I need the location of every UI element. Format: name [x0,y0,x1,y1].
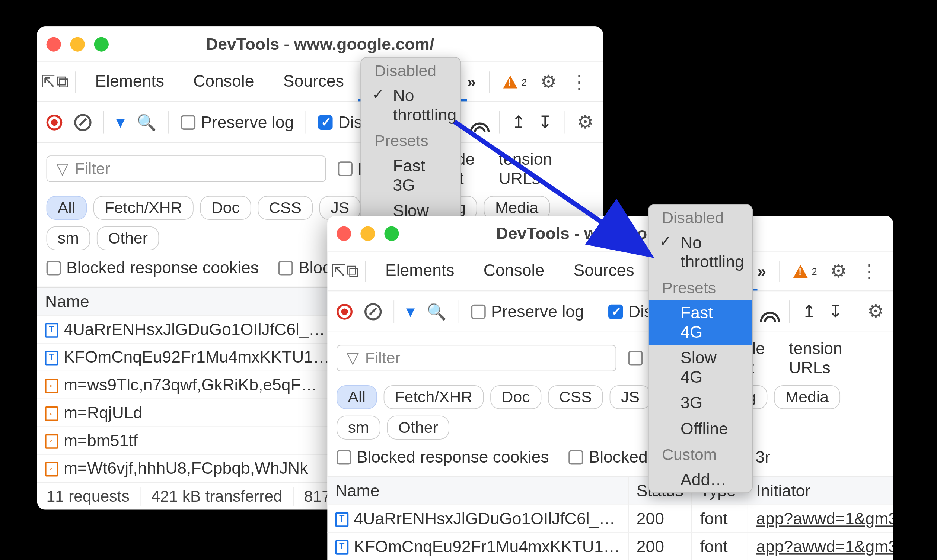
tab-console[interactable]: Console [179,62,269,101]
chip-fetch-xhr[interactable]: Fetch/XHR [93,196,193,220]
menu-item-fast-4g[interactable]: Fast 4G [649,300,752,345]
issues-count[interactable]: 2 [503,75,527,89]
clear-button[interactable] [74,114,91,131]
menu-item-no-throttling[interactable]: No throttling [361,83,460,128]
titlebar: DevTools - www.google.com/ [327,216,893,251]
menu-item-no-throttling[interactable]: No throttling [649,230,752,275]
script-file-icon [45,434,59,449]
network-toolbar: ▾ 🔍 Preserve log Disable cache ↥ ↧ ⚙ [327,291,893,332]
table-row[interactable]: 4UaRrENHsxJlGDuGo1OIlJfC6l_…200fontapp?a… [327,505,893,532]
record-button[interactable] [46,114,63,130]
menu-section-custom: Custom [649,442,752,467]
menu-item-fast-3g[interactable]: Fast 3G [361,153,460,198]
record-button[interactable] [337,303,352,319]
devtools-window-b: DevTools - www.google.com/ ⇱ ⧉ Elements … [327,216,893,560]
settings-icon[interactable]: ⚙ [540,71,557,92]
blocked-cookies-checkbox[interactable]: Blocked response cookies [46,258,259,277]
chip-wasm[interactable]: sm [337,416,380,440]
chip-other[interactable]: Other [387,416,449,440]
table-header-row: Name Status Type Initiator Size Time [327,477,893,505]
search-icon[interactable]: 🔍 [427,302,446,321]
close-icon[interactable] [46,37,61,51]
tab-elements[interactable]: Elements [371,251,469,291]
status-requests: 11 requests [46,487,141,506]
filter-input[interactable]: ▽ Filter [46,155,326,182]
network-table[interactable]: Name Status Type Initiator Size Time 4Ua… [327,477,893,560]
chip-js[interactable]: JS [610,385,651,409]
network-settings-icon[interactable]: ⚙ [577,111,594,133]
table-row[interactable]: KFOmCnqEu92Fr1Mu4mxKKTU1…200fontapp?awwd… [327,532,893,560]
download-har-icon[interactable]: ↧ [828,301,843,322]
download-har-icon[interactable]: ↧ [538,112,553,132]
chip-fetch-xhr[interactable]: Fetch/XHR [383,385,483,409]
tab-console[interactable]: Console [469,251,559,291]
issues-count[interactable]: 2 [793,265,817,278]
tab-elements[interactable]: Elements [80,62,179,101]
network-conditions-icon[interactable] [468,113,487,131]
tab-sources[interactable]: Sources [559,251,649,291]
chip-css[interactable]: CSS [548,385,603,409]
traffic-lights[interactable] [46,37,109,51]
menu-section-disabled: Disabled [361,58,460,83]
device-toolbar-icon[interactable]: ⧉ [346,261,360,281]
menu-item-offline[interactable]: Offline [649,416,752,442]
kebab-menu-icon[interactable]: ⋮ [570,71,588,92]
kebab-menu-icon[interactable]: ⋮ [860,260,878,282]
upload-har-icon[interactable]: ↥ [511,112,526,132]
zoom-icon[interactable] [94,37,109,51]
chip-all[interactable]: All [46,196,87,220]
filter-toggle-icon[interactable]: ▾ [116,112,125,132]
menu-item-slow-4g[interactable]: Slow 4G [649,345,752,390]
tab-sources[interactable]: Sources [269,62,359,101]
chip-css[interactable]: CSS [258,196,313,220]
minimize-icon[interactable] [360,226,375,241]
search-icon[interactable]: 🔍 [137,113,156,131]
menu-section-presets: Presets [649,275,752,300]
more-tabs-icon[interactable]: » [757,262,766,280]
hide-extension-urls-checkbox[interactable]: tension URLs [499,149,594,188]
menu-item-3g[interactable]: 3G [649,390,752,415]
funnel-icon: ▽ [347,349,358,368]
menu-item-add[interactable]: Add… [649,467,752,492]
preserve-log-checkbox[interactable]: Preserve log [471,302,584,321]
inspect-element-icon[interactable]: ⇱ [331,261,346,281]
inspect-element-icon[interactable]: ⇱ [41,71,56,92]
device-toolbar-icon[interactable]: ⧉ [56,71,69,92]
upload-har-icon[interactable]: ↥ [802,301,817,322]
settings-icon[interactable]: ⚙ [830,260,847,282]
traffic-lights[interactable] [337,226,399,241]
funnel-icon: ▽ [56,160,68,178]
font-file-icon [335,540,349,555]
warning-triangle-icon [793,265,808,278]
preserve-log-checkbox[interactable]: Preserve log [181,113,294,132]
devtools-tabs: ⇱ ⧉ Elements Console Sources Network » 2… [327,251,893,291]
chip-wasm[interactable]: sm [46,226,90,250]
script-file-icon [45,407,59,421]
chip-doc[interactable]: Doc [490,385,541,409]
network-conditions-icon[interactable] [759,302,777,321]
col-initiator[interactable]: Initiator [748,477,893,505]
network-settings-icon[interactable]: ⚙ [868,300,884,322]
chip-all[interactable]: All [337,385,377,409]
font-file-icon [335,512,349,527]
filter-input[interactable]: ▽ Filter [337,345,616,371]
filter-toggle-icon[interactable]: ▾ [406,301,415,322]
zoom-icon[interactable] [384,226,399,241]
menu-section-presets: Presets [361,128,460,153]
clear-button[interactable] [364,303,381,320]
chip-other[interactable]: Other [97,226,159,250]
status-transferred: 421 kB transferred [141,487,293,506]
col-name[interactable]: Name [327,477,628,505]
minimize-icon[interactable] [70,37,85,51]
script-file-icon [45,462,59,477]
more-tabs-icon[interactable]: » [467,72,476,91]
blocked-cookies-checkbox[interactable]: Blocked response cookies [337,447,549,467]
type-filter-chips: All Fetch/XHR Doc CSS JS Font Img Media … [337,385,884,440]
hide-extension-urls-checkbox[interactable]: tension URLs [789,339,884,377]
throttling-menu-b[interactable]: Disabled No throttling Presets Fast 4G S… [648,204,753,493]
chip-media[interactable]: Media [774,385,840,409]
col-name[interactable]: Name [37,288,338,315]
chip-doc[interactable]: Doc [200,196,251,220]
font-file-icon [45,351,59,366]
close-icon[interactable] [337,226,351,241]
